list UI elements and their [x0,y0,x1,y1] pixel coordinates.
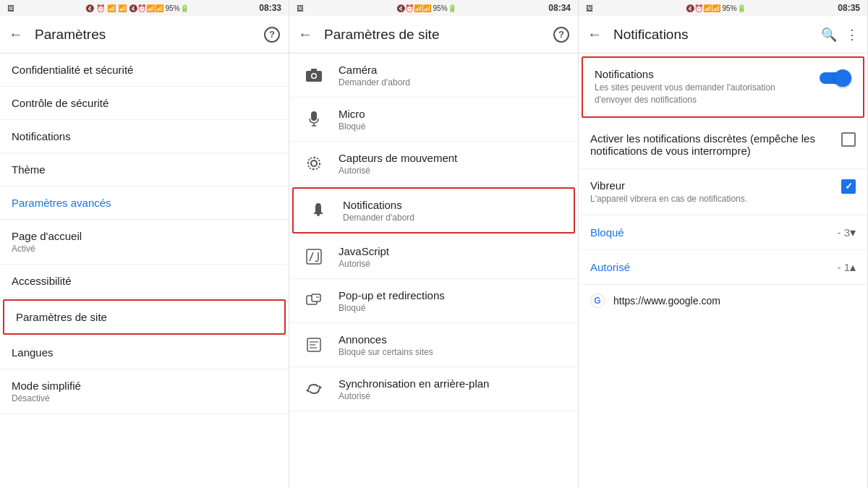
svg-point-2 [312,74,316,78]
settings-item-advanced[interactable]: Paramètres avancés [0,187,289,220]
status-bar-1: 🖼 🔇 ⏰ 📶 📶 🔇⏰📶📶 95%🔋 08:33 [0,0,289,16]
wifi-icon: 📶 [107,4,116,12]
popups-text: Pop-up et redirections Bloqué [339,289,445,313]
micro-text: Micro Bloqué [339,108,365,132]
notifications-toggle-switch[interactable] [820,69,851,87]
notif-site-title: Notifications [343,199,414,211]
settings-item-security[interactable]: Contrôle de sécurité [0,87,289,120]
authorized-chevron: ▴ [850,260,856,274]
security-title: Contrôle de sécurité [12,97,277,109]
site-item-ads[interactable]: Annonces Bloqué sur certains sites [289,323,578,367]
site-item-notifications[interactable]: Notifications Demander d'abord [292,187,575,234]
ads-subtitle: Bloqué sur certains sites [339,347,433,357]
vibration-title: Vibreur [590,179,833,192]
discrete-notif-item[interactable]: Activer les notifications discrètes (emp… [579,121,867,169]
popups-title: Pop-up et redirections [339,289,445,301]
site-settings-list: Caméra Demander d'abord Micro Bloqué [289,53,578,488]
site-item-camera[interactable]: Caméra Demander d'abord [289,53,578,98]
site-item-popups[interactable]: Pop-up et redirections Bloqué [289,279,578,323]
js-text: JavaScript Autorisé [339,245,389,269]
notifications-toggle-item[interactable]: Notifications Les sites peuvent vous dem… [582,56,864,118]
homepage-title: Page d'accueil [12,230,277,242]
camera-text: Caméra Demander d'abord [339,64,410,87]
back-button-2[interactable]: ← [298,26,312,43]
notifications-toggle-subtitle: Les sites peuvent vous demander l'autori… [595,82,811,106]
site-item-sync[interactable]: Synchronisation en arrière-plan Autorisé [289,367,578,411]
notif-site-subtitle: Demander d'abord [343,213,414,223]
google-site-entry[interactable]: G https://www.google.com [579,285,867,317]
homepage-subtitle: Activé [12,244,277,254]
toggle-thumb [834,69,851,87]
popup-icon [301,288,327,314]
google-url: https://www.google.com [613,295,720,307]
settings-list-1: Confidentialité et sécurité Contrôle de … [0,53,289,488]
more-icon-3[interactable]: ⋮ [846,27,859,43]
settings-item-simplified[interactable]: Mode simplifié Désactivé [0,369,289,414]
svg-marker-18 [319,385,322,390]
site-item-javascript[interactable]: JavaScript Autorisé [289,235,578,279]
camera-icon [301,62,327,88]
micro-title: Micro [339,108,365,120]
discrete-title: Activer les notifications discrètes (emp… [590,132,833,157]
vibration-item[interactable]: Vibreur L'appareil vibrera en cas de not… [579,169,867,216]
settings-item-languages[interactable]: Langues [0,336,289,369]
back-button-3[interactable]: ← [587,26,602,43]
panel1-title: Paramètres [35,27,264,43]
blocked-section[interactable]: Bloqué - 3 ▾ [579,215,867,250]
authorized-count: - 1 [837,261,850,273]
popups-subtitle: Bloqué [339,303,445,313]
languages-title: Langues [12,346,277,359]
authorized-section[interactable]: Autorisé - 1 ▴ [579,250,867,285]
svg-rect-12 [312,294,320,301]
signal-icon-3: 🔇⏰📶📶 95%🔋 [686,4,746,12]
help-icon-2[interactable]: ? [553,27,569,43]
settings-item-theme[interactable]: Thème [0,153,289,187]
status-icon-img: 🖼 [7,4,14,12]
ads-title: Annonces [339,333,433,346]
panel2-title: Paramètres de site [324,27,553,43]
app-bar-3: ← Notifications 🔍 ⋮ [579,16,867,53]
back-button-1[interactable]: ← [9,26,23,43]
settings-item-privacy[interactable]: Confidentialité et sécurité [0,53,289,87]
motion-text: Capteurs de mouvement Autorisé [339,152,457,176]
settings-item-accessibility[interactable]: Accessibilité [0,265,289,298]
svg-marker-19 [306,388,309,393]
settings-item-site-settings[interactable]: Paramètres de site [3,299,286,335]
panel3-title: Notifications [613,27,821,43]
advanced-title: Paramètres avancés [12,197,277,209]
vibration-checkbox[interactable] [841,179,856,194]
settings-item-notifications[interactable]: Notifications [0,120,289,153]
status-icons-3: 🖼 [586,4,593,12]
blocked-chevron: ▾ [850,226,856,239]
network-icon: 📶 [118,4,127,12]
app-bar-2: ← Paramètres de site ? [289,16,578,53]
discrete-checkbox[interactable] [841,132,856,147]
panel-settings: 🖼 🔇 ⏰ 📶 📶 🔇⏰📶📶 95%🔋 08:33 ← Paramètres ?… [0,0,289,488]
motion-subtitle: Autorisé [339,166,457,176]
motion-title: Capteurs de mouvement [339,152,457,164]
svg-line-9 [310,252,313,261]
search-icon-3[interactable]: 🔍 [821,27,837,43]
accessibility-title: Accessibilité [12,275,277,287]
panel3-icons: 🔍 ⋮ [821,27,859,43]
signal-icon: 🔇 [85,4,94,12]
time-2: 08:34 [548,3,571,13]
simplified-title: Mode simplifié [12,380,277,392]
sync-text: Synchronisation en arrière-plan Autorisé [339,377,489,401]
signal-icon-2: 🔇⏰📶📶 95%🔋 [396,4,456,12]
discrete-text: Activer les notifications discrètes (emp… [590,132,833,157]
notif-title: Notifications [12,130,277,142]
notif-site-text: Notifications Demander d'abord [343,199,414,223]
battery-pct-1: 🔇⏰📶📶 95%🔋 [129,4,189,12]
site-item-micro[interactable]: Micro Bloqué [289,98,578,142]
help-icon-1[interactable]: ? [264,27,280,43]
notifications-list: Notifications Les sites peuvent vous dem… [579,53,867,488]
panel-site-settings: 🖼 🔇⏰📶📶 95%🔋 08:34 ← Paramètres de site ?… [289,0,579,488]
status-icon-img-3: 🖼 [586,4,593,12]
camera-title: Caméra [339,64,410,76]
svg-rect-3 [311,69,317,72]
micro-subtitle: Bloqué [339,121,365,132]
site-item-motion[interactable]: Capteurs de mouvement Autorisé [289,142,578,186]
js-title: JavaScript [339,245,389,257]
settings-item-homepage[interactable]: Page d'accueil Activé [0,220,289,265]
